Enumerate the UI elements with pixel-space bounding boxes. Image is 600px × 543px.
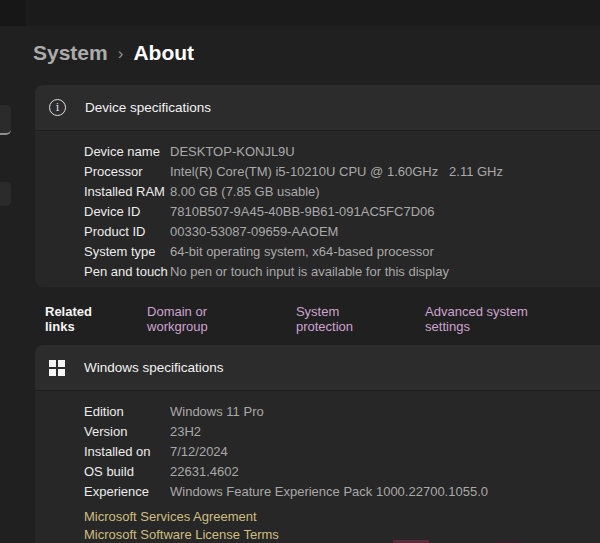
spec-value: DESKTOP-KONJL9U — [170, 144, 295, 159]
spec-row-installed-ram: Installed RAM 8.00 GB (7.85 GB usable) — [84, 181, 600, 201]
spec-label: Device ID — [84, 204, 170, 219]
link-microsoft-services-agreement[interactable]: Microsoft Services Agreement — [84, 508, 257, 526]
windows-specifications-header[interactable]: Windows specifications — [35, 345, 600, 391]
sidebar-item-fragment[interactable] — [0, 105, 11, 135]
spec-row-system-type: System type 64-bit operating system, x64… — [84, 241, 600, 261]
spec-value: 8.00 GB (7.85 GB usable) — [170, 184, 320, 199]
spec-value: No pen or touch input is available for t… — [170, 264, 449, 279]
sidebar-item-fragment[interactable] — [0, 182, 11, 206]
spec-value: Intel(R) Core(TM) i5-10210U CPU @ 1.60GH… — [170, 164, 503, 179]
windows-specifications-body: Edition Windows 11 Pro Version 23H2 Inst… — [35, 391, 600, 543]
spec-label: Installed on — [84, 444, 170, 459]
device-specifications-header[interactable]: i Device specifications — [35, 85, 600, 131]
spec-row-pen-and-touch: Pen and touch No pen or touch input is a… — [84, 261, 600, 281]
spec-value: 22631.4602 — [170, 464, 239, 479]
spec-value: Windows Feature Experience Pack 1000.227… — [170, 484, 488, 499]
device-specifications-body: Device name DESKTOP-KONJL9U Processor In… — [35, 131, 600, 287]
windows-specifications-card: Windows specifications Edition Windows 1… — [35, 345, 600, 543]
card-title: Windows specifications — [84, 360, 224, 375]
info-icon: i — [49, 99, 66, 116]
spec-label: System type — [84, 244, 170, 259]
spec-value: 64-bit operating system, x64-based proce… — [170, 244, 434, 259]
spec-row-os-build: OS build 22631.4602 — [84, 461, 600, 481]
breadcrumb: System › About — [33, 41, 194, 65]
spec-row-experience: Experience Windows Feature Experience Pa… — [84, 481, 600, 501]
spec-row-installed-on: Installed on 7/12/2024 — [84, 441, 600, 461]
spec-row-product-id: Product ID 00330-53087-09659-AAOEM — [84, 221, 600, 241]
spec-value: Windows 11 Pro — [170, 404, 264, 419]
spec-value: 23H2 — [170, 424, 201, 439]
spec-label: Edition — [84, 404, 170, 419]
spec-row-version: Version 23H2 — [84, 421, 600, 441]
spec-label: Installed RAM — [84, 184, 170, 199]
windows-logo-icon — [49, 360, 65, 376]
card-title: Device specifications — [85, 100, 211, 115]
spec-row-processor: Processor Intel(R) Core(TM) i5-10210U CP… — [84, 161, 600, 181]
spec-value: 7/12/2024 — [170, 444, 228, 459]
spec-label: OS build — [84, 464, 170, 479]
link-system-protection[interactable]: System protection — [296, 304, 397, 334]
spec-row-device-name: Device name DESKTOP-KONJL9U — [84, 141, 600, 161]
spec-value: 7810B507-9A45-40BB-9B61-091AC5FC7D06 — [170, 204, 435, 219]
spec-label: Version — [84, 424, 170, 439]
spec-row-device-id: Device ID 7810B507-9A45-40BB-9B61-091AC5… — [84, 201, 600, 221]
link-advanced-system-settings[interactable]: Advanced system settings — [425, 304, 572, 334]
breadcrumb-system[interactable]: System — [33, 41, 108, 65]
device-specifications-card: i Device specifications Device name DESK… — [35, 85, 600, 287]
related-links-row: Related links Domain or workgroup System… — [45, 304, 600, 334]
spec-label: Experience — [84, 484, 170, 499]
spec-label: Product ID — [84, 224, 170, 239]
spec-label: Pen and touch — [84, 264, 170, 279]
titlebar-corner — [0, 0, 26, 26]
spec-row-edition: Edition Windows 11 Pro — [84, 401, 600, 421]
spec-label: Processor — [84, 164, 170, 179]
link-domain-or-workgroup[interactable]: Domain or workgroup — [147, 304, 268, 334]
license-links: Microsoft Services Agreement Microsoft S… — [84, 508, 600, 543]
spec-value: 00330-53087-09659-AAOEM — [170, 224, 338, 239]
window-titlebar — [0, 0, 600, 26]
related-links-label: Related links — [45, 304, 123, 334]
link-microsoft-software-license-terms[interactable]: Microsoft Software License Terms — [84, 526, 279, 543]
chevron-right-icon: › — [118, 44, 124, 64]
spec-label: Device name — [84, 144, 170, 159]
page-title: About — [133, 41, 194, 65]
